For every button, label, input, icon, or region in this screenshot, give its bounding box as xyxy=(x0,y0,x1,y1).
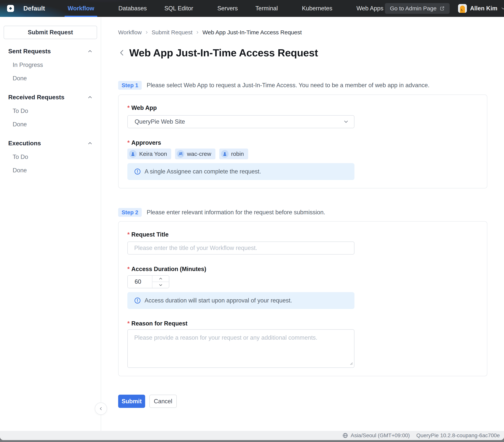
app-window: Default Workflow Databases SQL Editor Se… xyxy=(0,0,504,440)
step1-card: * Web App QueryPie Web Site * Approvers xyxy=(118,94,487,188)
required-asterisk: * xyxy=(127,105,130,111)
user-name: Allen Kim xyxy=(470,5,498,12)
assignee-info-banner: A single Assignee can complete the reque… xyxy=(127,163,354,180)
top-nav: Default Workflow Databases SQL Editor Se… xyxy=(0,0,504,17)
breadcrumb-submit-request[interactable]: Submit Request xyxy=(152,29,192,36)
required-asterisk: * xyxy=(127,231,130,238)
sidebar-item-in-progress[interactable]: In Progress xyxy=(0,58,101,72)
sidebar-section-title: Sent Requests xyxy=(8,48,51,55)
sidebar-item-executions-done[interactable]: Done xyxy=(0,164,101,177)
stepper-buttons xyxy=(152,276,169,288)
required-asterisk: * xyxy=(127,266,130,273)
web-app-select-value: QueryPie Web Site xyxy=(135,118,343,125)
sidebar-section-executions: Executions To Do Done xyxy=(0,140,101,177)
reason-label: * Reason for Request xyxy=(127,320,478,327)
chevron-up-icon xyxy=(88,141,92,146)
nav-item-kubernetes[interactable]: Kubernetes xyxy=(300,0,334,17)
breadcrumb-current: Web App Just-In-Time Access Request xyxy=(202,29,302,36)
chevron-right-icon xyxy=(195,31,199,34)
sidebar-item-received-done[interactable]: Done xyxy=(0,118,101,131)
sidebar-section-header-sent-requests[interactable]: Sent Requests xyxy=(0,48,101,55)
window-edge xyxy=(0,440,504,442)
back-button[interactable] xyxy=(118,49,125,56)
reason-textarea[interactable] xyxy=(127,329,354,368)
chevron-left-icon xyxy=(98,406,104,411)
nav-item-terminal[interactable]: Terminal xyxy=(254,0,279,17)
required-asterisk: * xyxy=(127,320,130,327)
access-duration-label: * Access Duration (Minutes) xyxy=(127,266,478,273)
nav-item-sql-editor[interactable]: SQL Editor xyxy=(163,0,194,17)
approver-tag-keira-yoon[interactable]: Keira Yoon xyxy=(127,148,171,159)
go-to-admin-label: Go to Admin Page xyxy=(390,5,437,12)
duration-info-banner: Access duration will start upon approval… xyxy=(127,292,354,309)
web-app-label: * Web App xyxy=(127,105,478,111)
nav-item-web-apps[interactable]: Web Apps xyxy=(355,0,385,17)
chevron-up-icon xyxy=(88,49,92,54)
request-title-input[interactable] xyxy=(127,241,354,255)
group-icon xyxy=(177,150,184,158)
user-avatar xyxy=(458,4,467,13)
chevron-down-icon xyxy=(343,119,349,124)
sidebar-item-sent-done[interactable]: Done xyxy=(0,72,101,85)
nav-item-workflow[interactable]: Workflow xyxy=(66,0,96,17)
version-label: QueryPie 10.2.8-coupang-6ac700e xyxy=(416,432,500,439)
chevron-down-icon xyxy=(501,6,504,11)
info-icon xyxy=(134,168,141,175)
assignee-info-text: A single Assignee can complete the reque… xyxy=(145,168,261,175)
chevron-up-icon xyxy=(88,95,92,99)
approver-name: Keira Yoon xyxy=(139,151,167,157)
breadcrumb: Workflow Submit Request Web App Just-In-… xyxy=(118,29,504,36)
web-app-select[interactable]: QueryPie Web Site xyxy=(127,115,354,128)
go-to-admin-button[interactable]: Go to Admin Page xyxy=(385,3,450,14)
status-footer: Asia/Seoul (GMT+09:00) QueryPie 10.2.8-c… xyxy=(0,431,504,440)
main-panel: Workflow Submit Request Web App Just-In-… xyxy=(102,17,504,431)
page-title: Web App Just-In-Time Access Request xyxy=(129,47,318,59)
sidebar: Submit Request Sent Requests In Progress… xyxy=(0,17,101,431)
sidebar-item-executions-todo[interactable]: To Do xyxy=(0,150,101,164)
step2-badge: Step 2 xyxy=(118,208,142,217)
sidebar-section-sent-requests: Sent Requests In Progress Done xyxy=(0,48,101,85)
duration-info-text: Access duration will start upon approval… xyxy=(145,297,292,304)
submit-request-button[interactable]: Submit Request xyxy=(4,26,97,39)
approver-tag-wac-crew[interactable]: wac-crew xyxy=(175,148,215,159)
breadcrumb-workflow[interactable]: Workflow xyxy=(118,29,142,36)
step1-description: Please select Web App to request a Just-… xyxy=(147,82,430,89)
required-asterisk: * xyxy=(127,139,130,146)
sidebar-collapse-button[interactable] xyxy=(95,403,107,415)
approvers-label: * Approvers xyxy=(127,139,478,146)
sidebar-section-title: Received Requests xyxy=(8,94,64,101)
stepper-up-button[interactable] xyxy=(152,276,169,282)
user-icon xyxy=(129,150,137,158)
external-link-icon xyxy=(440,6,445,11)
request-title-label: * Request Title xyxy=(127,231,478,238)
step2-description: Please enter relevant information for th… xyxy=(147,209,325,216)
submit-button[interactable]: Submit xyxy=(118,395,145,408)
user-icon xyxy=(221,150,229,158)
querypie-logo-icon[interactable] xyxy=(6,4,15,13)
globe-icon xyxy=(342,433,348,438)
step2-card: * Request Title * Access Duration (Minut… xyxy=(118,221,487,376)
chevron-right-icon xyxy=(145,31,149,34)
access-duration-input[interactable] xyxy=(128,276,152,288)
sidebar-section-received-requests: Received Requests To Do Done xyxy=(0,93,101,131)
user-menu[interactable]: Allen Kim xyxy=(458,4,504,13)
sidebar-item-received-todo[interactable]: To Do xyxy=(0,104,101,118)
sidebar-section-header-received-requests[interactable]: Received Requests xyxy=(0,93,101,101)
approver-name: robin xyxy=(231,151,244,157)
sidebar-section-header-executions[interactable]: Executions xyxy=(0,140,101,147)
stepper-down-button[interactable] xyxy=(152,282,169,288)
step1-badge: Step 1 xyxy=(118,81,142,90)
workspace-name[interactable]: Default xyxy=(23,5,45,12)
timezone-label[interactable]: Asia/Seoul (GMT+09:00) xyxy=(351,432,410,439)
info-icon xyxy=(134,297,141,304)
cancel-button[interactable]: Cancel xyxy=(149,395,177,408)
sidebar-section-title: Executions xyxy=(8,140,41,147)
approver-name: wac-crew xyxy=(187,151,211,157)
approver-tag-robin[interactable]: robin xyxy=(219,148,248,159)
nav-item-databases[interactable]: Databases xyxy=(117,0,148,17)
access-duration-stepper xyxy=(127,275,169,288)
approvers-tags: Keira Yoon wac-crew xyxy=(127,148,478,159)
nav-item-servers[interactable]: Servers xyxy=(216,0,239,17)
